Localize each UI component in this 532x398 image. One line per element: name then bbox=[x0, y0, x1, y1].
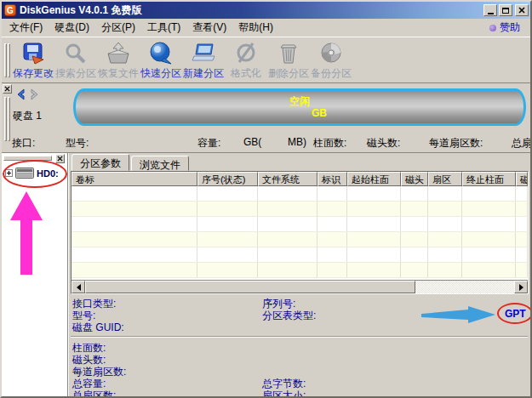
info-model-label: 型号: bbox=[66, 136, 89, 151]
disk-panel-grip[interactable] bbox=[4, 97, 7, 141]
disk-cylinder-free-space[interactable]: 空闲 GB bbox=[73, 88, 526, 126]
toolbar-grip[interactable] bbox=[8, 43, 10, 77]
table-cell bbox=[197, 247, 258, 262]
column-header-volume-label[interactable]: 卷标 bbox=[72, 172, 197, 186]
tab-bar: 分区参数 浏览文件 bbox=[69, 153, 530, 171]
table-cell bbox=[258, 186, 317, 201]
column-header-filesystem[interactable]: 文件系统 bbox=[258, 172, 317, 186]
table-cell bbox=[197, 232, 258, 247]
tree-expand-icon[interactable] bbox=[5, 169, 13, 177]
table-cell bbox=[401, 186, 428, 201]
table-cell bbox=[197, 186, 258, 201]
tab-partition-params[interactable]: 分区参数 bbox=[72, 154, 129, 171]
table-cell bbox=[317, 232, 347, 247]
disk-panel-close-button[interactable] bbox=[3, 84, 12, 94]
menu-view[interactable]: 查看(V) bbox=[186, 19, 232, 37]
close-icon bbox=[4, 86, 10, 92]
table-cell bbox=[258, 263, 317, 277]
column-header-start-cylinder[interactable]: 起始柱面 bbox=[347, 172, 401, 186]
sponsor-label: 赞助 bbox=[500, 20, 520, 35]
table-cell bbox=[72, 217, 197, 231]
menu-partition[interactable]: 分区(P) bbox=[95, 19, 141, 37]
tab-browse-files[interactable]: 浏览文件 bbox=[131, 156, 189, 171]
toolbar-button-label: 快速分区 bbox=[140, 66, 181, 81]
table-cell bbox=[317, 263, 347, 277]
recover-files-icon bbox=[106, 41, 131, 66]
table-cell bbox=[258, 247, 317, 262]
search-partition-button[interactable]: 搜索分区 bbox=[54, 40, 97, 81]
search-partition-icon bbox=[63, 41, 89, 66]
recover-files-button[interactable]: 恢复文件 bbox=[97, 40, 140, 81]
table-cell bbox=[317, 247, 347, 262]
column-header-end-head[interactable]: 磁头 bbox=[516, 172, 528, 186]
info-capacity-mb-label: MB) bbox=[288, 136, 306, 148]
backup-partition-button[interactable]: 备份分区 bbox=[310, 40, 352, 81]
horizontal-scrollbar[interactable] bbox=[72, 280, 528, 293]
partition-table-type-value: GPT bbox=[505, 308, 526, 320]
column-header-end-cylinder[interactable]: 终止柱面 bbox=[462, 172, 516, 186]
detail-sector-size-label: 扇区大小: bbox=[262, 389, 306, 398]
toolbar-grip[interactable] bbox=[4, 43, 7, 77]
info-total-sectors-label: 总扇区数: bbox=[512, 136, 532, 151]
menu-file[interactable]: 文件(F) bbox=[3, 19, 49, 37]
table-cell bbox=[462, 263, 516, 277]
minimize-button[interactable] bbox=[483, 4, 497, 16]
menu-help[interactable]: 帮助(H) bbox=[232, 19, 279, 37]
table-cell bbox=[347, 232, 401, 247]
table-cell bbox=[516, 263, 528, 277]
table-row bbox=[72, 202, 528, 217]
table-row bbox=[72, 232, 528, 247]
sponsor-link[interactable]: 赞助 bbox=[489, 20, 529, 35]
menu-disk[interactable]: 硬盘(D) bbox=[49, 19, 95, 37]
table-cell bbox=[428, 232, 462, 247]
prev-disk-arrow-icon[interactable] bbox=[15, 88, 26, 100]
info-capacity-label: 容量: bbox=[197, 136, 220, 151]
toolbar-button-label: 恢复文件 bbox=[98, 66, 139, 81]
menu-tools[interactable]: 工具(T) bbox=[141, 19, 186, 37]
table-cell bbox=[72, 232, 197, 247]
table-row bbox=[72, 247, 528, 263]
close-button[interactable] bbox=[515, 4, 529, 16]
quick-partition-button[interactable]: 快速分区 bbox=[140, 40, 182, 81]
disk-info-row: 接口: 型号: 容量: GB( MB) 柱面数: 磁头数: 每道扇区数: 总扇区… bbox=[2, 136, 530, 149]
format-button[interactable]: 格式化 bbox=[225, 40, 267, 81]
table-cell bbox=[72, 186, 197, 201]
partition-table: 卷标 序号(状态) 文件系统 标识 起始柱面 磁头 扇区 终止柱面 磁头 bbox=[71, 171, 529, 294]
app-icon-letter: G bbox=[7, 6, 14, 15]
app-icon: G bbox=[4, 4, 16, 16]
table-cell bbox=[347, 186, 401, 201]
toolbar-button-label: 保存更改 bbox=[13, 66, 54, 81]
table-cell bbox=[401, 202, 428, 216]
toolbar-button-label: 格式化 bbox=[231, 66, 261, 81]
maximize-button[interactable] bbox=[499, 4, 512, 16]
info-interface-label: 接口: bbox=[12, 136, 35, 151]
disk-panel-grip[interactable] bbox=[8, 97, 10, 141]
disk-tree-panel: HD0: bbox=[2, 153, 68, 398]
new-partition-button[interactable]: 新建分区 bbox=[182, 40, 225, 81]
toolbar-button-label: 新建分区 bbox=[183, 66, 224, 81]
table-cell bbox=[401, 263, 428, 277]
main-area: HD0: 分区参数 浏览文件 卷标 序号(状态) 文件系统 标识 起始柱面 bbox=[2, 153, 530, 398]
next-disk-arrow-icon[interactable] bbox=[29, 88, 40, 100]
table-cell bbox=[516, 186, 528, 201]
scrollbar-thumb[interactable] bbox=[85, 281, 415, 293]
tree-panel-close-button[interactable] bbox=[55, 154, 65, 163]
diskgenius-window: G DiskGenius V4.0.1 免费版 文件(F) 硬盘(D) 分区(P… bbox=[0, 0, 532, 398]
quick-partition-icon bbox=[148, 41, 174, 66]
delete-partition-button[interactable]: 删除分区 bbox=[267, 40, 310, 81]
scroll-right-icon bbox=[519, 284, 527, 291]
toolbar-button-label: 删除分区 bbox=[268, 66, 309, 81]
column-header-id[interactable]: 标识 bbox=[317, 172, 347, 186]
tree-item-hd0[interactable]: HD0: bbox=[5, 168, 59, 179]
table-cell bbox=[516, 232, 528, 247]
column-header-index-status[interactable]: 序号(状态) bbox=[197, 172, 258, 186]
close-icon bbox=[518, 7, 525, 14]
column-header-sector[interactable]: 扇区 bbox=[428, 172, 462, 186]
detail-disk-guid-label: 磁盘 GUID: bbox=[72, 321, 124, 335]
table-body bbox=[72, 186, 528, 280]
tree-panel-grip[interactable] bbox=[3, 156, 52, 161]
scroll-right-button[interactable] bbox=[514, 281, 528, 293]
save-changes-button[interactable]: 保存更改 bbox=[12, 40, 54, 81]
column-header-head[interactable]: 磁头 bbox=[401, 172, 428, 186]
scroll-left-button[interactable] bbox=[72, 281, 85, 293]
